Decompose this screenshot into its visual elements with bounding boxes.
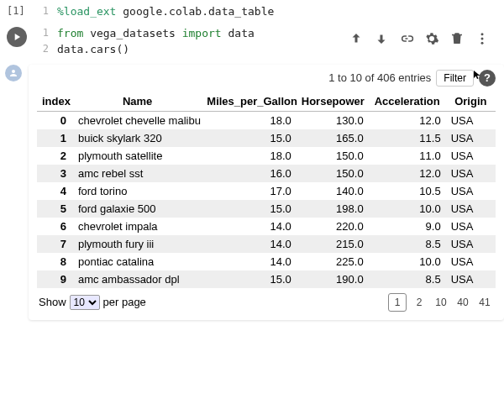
- cell-index: 0: [37, 111, 73, 129]
- page-10[interactable]: 10: [432, 293, 450, 312]
- svg-point-0: [481, 33, 484, 35]
- col-origin[interactable]: Origin: [446, 92, 496, 112]
- cell-acc: 8.5: [369, 235, 446, 253]
- data-table: index Name Miles_per_Gallon Horsepower A…: [37, 92, 496, 288]
- keyword-from: from: [57, 27, 83, 39]
- page-1[interactable]: 1: [388, 293, 407, 312]
- table-row[interactable]: 0chevrolet chevelle malibu18.0130.012.0U…: [37, 111, 496, 129]
- cell-origin: USA: [446, 165, 496, 182]
- cell-origin: USA: [446, 111, 496, 129]
- table-row[interactable]: 3amc rebel sst16.0150.012.0USA: [37, 165, 496, 182]
- cell-origin: USA: [446, 200, 496, 218]
- table-row[interactable]: 1buick skylark 32015.0165.011.5USA: [37, 129, 496, 147]
- code-cell-1: [1] 1 %load_ext google.colab.data_table: [0, 0, 504, 22]
- page-2[interactable]: 2: [410, 293, 428, 312]
- cell-mpg: 16.0: [202, 165, 296, 182]
- keyword-import: import: [182, 27, 222, 39]
- page-41[interactable]: 41: [475, 293, 494, 312]
- cell-index: 9: [37, 270, 73, 288]
- cell-index: 8: [37, 253, 73, 270]
- entries-status: 1 to 10 of 406 entries: [328, 71, 431, 84]
- cell-mpg: 15.0: [202, 200, 296, 218]
- page-40[interactable]: 40: [454, 293, 472, 312]
- cell-mpg: 14.0: [202, 253, 296, 270]
- delete-icon[interactable]: [445, 27, 469, 50]
- cell-index: 4: [37, 182, 73, 200]
- cell-index: 1: [37, 129, 73, 147]
- code-text: data.cars(): [57, 41, 129, 58]
- cell-index: 5: [37, 200, 73, 218]
- cell-acc: 11.5: [369, 129, 446, 147]
- per-page-select[interactable]: 10: [70, 295, 100, 310]
- table-row[interactable]: 4ford torino17.0140.010.5USA: [37, 182, 496, 200]
- table-row[interactable]: 2plymouth satellite18.0150.011.0USA: [37, 147, 496, 165]
- move-down-icon[interactable]: [370, 27, 393, 50]
- col-hp[interactable]: Horsepower: [297, 92, 369, 112]
- line-number: 1: [34, 3, 49, 20]
- cell-name: chevrolet chevelle malibu: [73, 111, 202, 129]
- cell-origin: USA: [446, 182, 496, 200]
- cell-index: 6: [37, 218, 73, 235]
- cell-mpg: 14.0: [202, 235, 296, 253]
- col-index[interactable]: index: [37, 92, 73, 112]
- cell-mpg: 18.0: [202, 147, 296, 165]
- cell-hp: 215.0: [297, 235, 369, 253]
- cell-acc: 10.5: [369, 182, 446, 200]
- col-mpg[interactable]: Miles_per_Gallon: [202, 92, 296, 112]
- link-icon[interactable]: [395, 27, 418, 50]
- cell-name: plymouth satellite: [73, 147, 202, 165]
- output-avatar-icon[interactable]: [5, 65, 22, 81]
- col-acc[interactable]: Acceleration: [369, 92, 446, 112]
- cell-hp: 220.0: [297, 218, 369, 235]
- cell-hp: 130.0: [297, 111, 369, 129]
- cell-name: ford galaxie 500: [73, 200, 202, 218]
- output-area: 1 to 10 of 406 entries Filter ? index Na…: [29, 65, 504, 320]
- filter-button[interactable]: Filter: [436, 70, 474, 87]
- cell-hp: 140.0: [297, 182, 369, 200]
- cell-origin: USA: [446, 147, 496, 165]
- table-header-row: index Name Miles_per_Gallon Horsepower A…: [37, 92, 496, 112]
- cell-mpg: 15.0: [202, 129, 296, 147]
- play-icon: [11, 31, 23, 43]
- cell-origin: USA: [446, 270, 496, 288]
- cell-origin: USA: [446, 129, 496, 147]
- cell-acc: 12.0: [369, 165, 446, 182]
- cell-index: 2: [37, 147, 73, 165]
- table-row[interactable]: 5ford galaxie 50015.0198.010.0USA: [37, 200, 496, 218]
- table-row[interactable]: 6chevrolet impala14.0220.09.0USA: [37, 218, 496, 235]
- more-icon[interactable]: [470, 27, 494, 50]
- cell-index: 3: [37, 165, 73, 182]
- gear-icon[interactable]: [420, 27, 444, 50]
- table-row[interactable]: 8pontiac catalina14.0225.010.0USA: [37, 253, 496, 270]
- cell-gutter: [7, 25, 34, 58]
- move-up-icon[interactable]: [344, 27, 368, 50]
- help-icon[interactable]: ?: [479, 70, 496, 87]
- cell-mpg: 18.0: [202, 111, 296, 129]
- cell-origin: USA: [446, 235, 496, 253]
- table-row[interactable]: 9amc ambassador dpl15.0190.08.5USA: [37, 270, 496, 288]
- show-label: Show: [39, 296, 66, 308]
- cell-mpg: 17.0: [202, 182, 296, 200]
- cell-hp: 198.0: [297, 200, 369, 218]
- cell-hp: 165.0: [297, 129, 369, 147]
- col-name[interactable]: Name: [73, 92, 202, 112]
- cell-acc: 10.0: [369, 200, 446, 218]
- cell-origin: USA: [446, 253, 496, 270]
- cell-hp: 150.0: [297, 147, 369, 165]
- cell-body[interactable]: 1 %load_ext google.colab.data_table: [34, 3, 504, 20]
- code-text: google.colab.data_table: [116, 5, 274, 18]
- cell-name: amc rebel sst: [73, 165, 202, 182]
- cell-name: ford torino: [73, 182, 202, 200]
- svg-point-1: [481, 38, 484, 40]
- svg-point-2: [481, 42, 484, 45]
- cell-acc: 11.0: [369, 147, 446, 165]
- cell-hp: 190.0: [297, 270, 369, 288]
- cell-acc: 9.0: [369, 218, 446, 235]
- cell-name: chevrolet impala: [73, 218, 202, 235]
- cell-name: pontiac catalina: [73, 253, 202, 270]
- per-page-label: per page: [103, 296, 146, 308]
- cell-acc: 10.0: [369, 253, 446, 270]
- table-row[interactable]: 7plymouth fury iii14.0215.08.5USA: [37, 235, 496, 253]
- cell-acc: 12.0: [369, 111, 446, 129]
- run-button[interactable]: [7, 27, 27, 47]
